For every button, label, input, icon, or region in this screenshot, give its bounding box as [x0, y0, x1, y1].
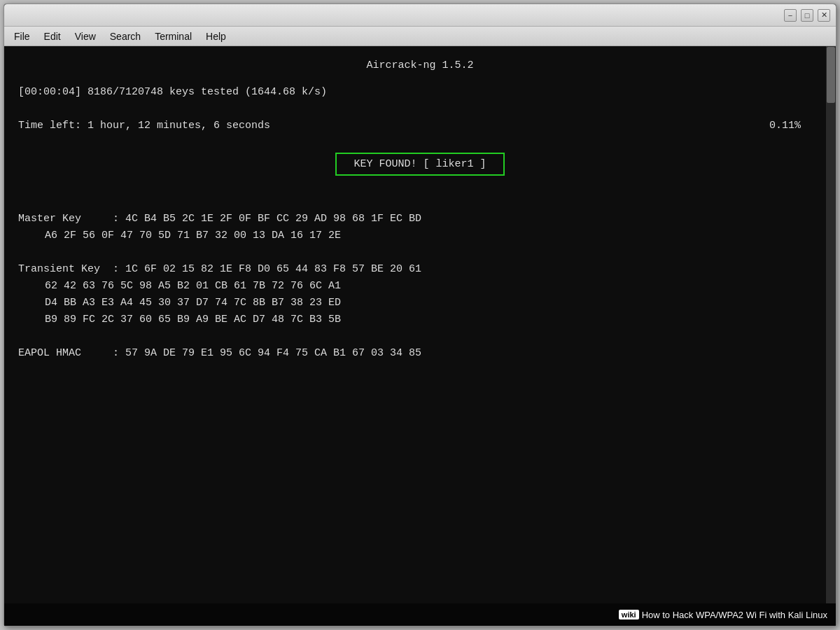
watermark-article-text: How to Hack WPA/WPA2 Wi Fi with Kali Lin…: [642, 610, 827, 620]
percent-text: 0.11%: [769, 118, 801, 134]
transient-key-row4: B9 89 FC 2C 37 60 65 B9 A9 BE AC D7 48 7…: [32, 312, 822, 328]
maximize-button[interactable]: □: [801, 9, 813, 22]
master-key-val1: : 4C B4 B5 2C 1E 2F 0F BF CC 29 AD 98 68…: [113, 213, 421, 225]
watermark-bar: wiki How to Hack WPA/WPA2 Wi Fi with Kal…: [4, 603, 836, 626]
menu-help[interactable]: Help: [199, 29, 233, 44]
master-key-row1: Master Key : 4C B4 B5 2C 1E 2F 0F BF CC …: [18, 211, 822, 227]
master-key-label: Master Key: [18, 213, 113, 225]
keys-tested-line: [00:00:04] 8186/7120748 keys tested (164…: [18, 84, 822, 101]
menu-search[interactable]: Search: [103, 29, 148, 44]
scrollbar[interactable]: [826, 46, 836, 603]
master-key-row2: A6 2F 56 0F 47 70 5D 71 B7 32 00 13 DA 1…: [32, 227, 822, 244]
transient-key-row1-line: Transient Key : 1C 6F 02 15 82 1E F8 D0 …: [18, 261, 822, 278]
spacer1: [18, 101, 822, 118]
window-controls: − □ ✕: [784, 9, 830, 22]
minimize-button[interactable]: −: [784, 9, 797, 22]
time-left-line: Time left: 1 hour, 12 minutes, 6 seconds…: [18, 118, 822, 134]
eapol-line: EAPOL HMAC : 57 9A DE 79 E1 95 6C 94 F4 …: [18, 345, 822, 362]
terminal-window: − □ ✕ File Edit View Search Terminal Hel…: [4, 4, 836, 626]
menu-edit[interactable]: Edit: [37, 29, 68, 44]
wiki-logo: wiki How to Hack WPA/WPA2 Wi Fi with Kal…: [619, 610, 827, 620]
scrollbar-thumb: [827, 47, 835, 103]
transient-key-label: Transient Key: [18, 263, 113, 275]
menubar: File Edit View Search Terminal Help: [4, 27, 836, 46]
eapol-val: : 57 9A DE 79 E1 95 6C 94 F4 75 CA B1 67…: [113, 347, 421, 359]
watermark-text: wiki How to Hack WPA/WPA2 Wi Fi with Kal…: [619, 609, 827, 620]
spacer4: [18, 328, 822, 345]
transient-key-row3: D4 BB A3 E3 A4 45 30 37 D7 74 7C 8B B7 3…: [32, 295, 822, 312]
terminal-area[interactable]: Aircrack-ng 1.5.2 [00:00:04] 8186/712074…: [4, 46, 836, 603]
transient-key-row2: 62 42 63 76 5C 98 A5 B2 01 CB 61 7B 72 7…: [32, 278, 822, 295]
aircrack-title: Aircrack-ng 1.5.2: [18, 57, 822, 74]
menu-view[interactable]: View: [68, 29, 103, 44]
transient-key-val1: : 1C 6F 02 15 82 1E F8 D0 65 44 83 F8 57…: [113, 263, 421, 275]
key-found-box: KEY FOUND! [ liker1 ]: [335, 153, 504, 176]
time-left-text: Time left: 1 hour, 12 minutes, 6 seconds: [18, 118, 270, 134]
menu-terminal[interactable]: Terminal: [148, 29, 199, 44]
menu-file[interactable]: File: [7, 29, 37, 44]
key-found-wrapper: KEY FOUND! [ liker1 ]: [18, 140, 822, 188]
titlebar: − □ ✕: [4, 4, 836, 27]
spacer3: [18, 244, 822, 261]
eapol-label: EAPOL HMAC: [18, 347, 113, 359]
spacer2: [18, 194, 822, 211]
wiki-badge: wiki: [619, 610, 639, 620]
close-button[interactable]: ✕: [818, 9, 830, 22]
